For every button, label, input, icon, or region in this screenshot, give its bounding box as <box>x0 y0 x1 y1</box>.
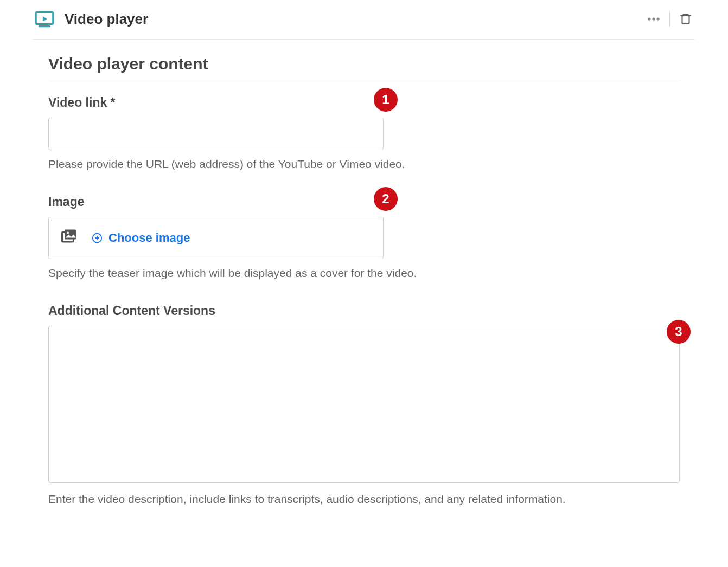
svg-rect-8 <box>65 230 76 240</box>
video-player-panel: Video player Video player content <box>33 0 695 527</box>
section-video-player-content: Video player content Video link * Please… <box>33 40 695 506</box>
field-additional-content: Additional Content Versions Enter the vi… <box>48 304 680 506</box>
panel-header: Video player <box>33 5 695 40</box>
panel-actions <box>646 11 694 27</box>
svg-point-3 <box>648 17 650 20</box>
delete-button[interactable] <box>678 11 694 27</box>
image-placeholder-icon <box>60 227 79 249</box>
svg-point-9 <box>67 231 69 234</box>
field-image: Image Choose image <box>48 195 680 280</box>
video-link-input[interactable] <box>48 118 384 150</box>
choose-image-label: Choose image <box>108 231 190 245</box>
image-label: Image <box>48 195 680 209</box>
section-title: Video player content <box>48 55 680 82</box>
svg-point-5 <box>657 17 660 20</box>
svg-point-4 <box>652 17 655 20</box>
additional-content-textarea[interactable] <box>48 326 680 483</box>
image-picker: Choose image <box>48 217 384 259</box>
more-options-button[interactable] <box>646 11 662 27</box>
svg-rect-2 <box>39 25 50 27</box>
video-link-label: Video link * <box>48 95 680 110</box>
panel-header-left: Video player <box>34 9 148 29</box>
additional-label: Additional Content Versions <box>48 304 680 318</box>
image-help: Specify the teaser image which will be d… <box>48 267 680 280</box>
field-video-link: Video link * Please provide the URL (web… <box>48 95 680 171</box>
panel-title: Video player <box>65 11 148 28</box>
plus-circle-icon <box>91 232 103 244</box>
video-link-help: Please provide the URL (web address) of … <box>48 158 680 171</box>
svg-rect-6 <box>682 16 689 24</box>
vertical-divider <box>669 11 670 27</box>
additional-help: Enter the video description, include lin… <box>48 493 680 506</box>
choose-image-button[interactable]: Choose image <box>91 231 190 245</box>
video-player-icon <box>34 9 55 29</box>
